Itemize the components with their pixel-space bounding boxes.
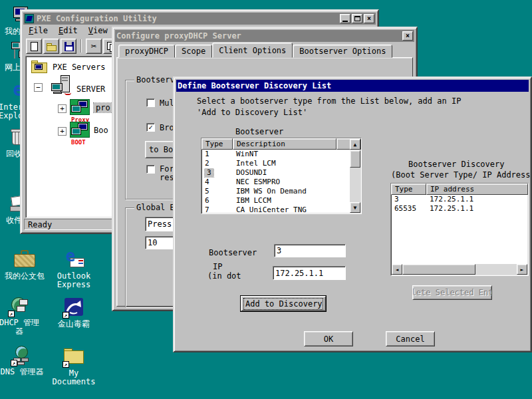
tab-proxydhcp[interactable]: proxyDHCP (118, 45, 175, 58)
new-file-icon (31, 42, 38, 51)
shortcut-arrow-icon: ↗ (8, 311, 15, 317)
dhcp-manager-icon: ↗ (7, 297, 31, 317)
scroll-left-icon: ◄ (396, 267, 399, 273)
desktop-icon-dhcp-manager[interactable]: ↗ DHCP 管理器 (0, 297, 41, 336)
main-window-title: PXE Configuration Utility (37, 14, 157, 23)
shortcut-arrow-icon: ↗ (63, 361, 69, 368)
column-header-ip-address[interactable]: IP address (426, 184, 528, 195)
outlook-express-icon: e (62, 250, 86, 270)
config-dialog-title: Configure proxyDHCP Server (116, 31, 241, 41)
scroll-up-button[interactable]: ▲ (350, 139, 360, 150)
desktop-icon-label: DHCP 管理器 (0, 319, 41, 336)
maximize-icon (354, 16, 360, 21)
multicast-checkbox[interactable] (146, 98, 155, 107)
cut-button[interactable]: ✂ (86, 39, 102, 54)
desktop-icon-dns-manager[interactable]: ↗ DNS 管理器 (0, 346, 44, 376)
open-button[interactable] (43, 39, 59, 54)
list-row[interactable]: 5IBM WS On Demand (201, 187, 350, 196)
instruction-line2: 'Add to Discovery List' (197, 108, 307, 117)
list-row[interactable]: 1WinNT (201, 150, 350, 159)
maximize-button[interactable] (352, 14, 362, 23)
tree-item-pxe-servers[interactable]: PXE Servers (53, 63, 105, 72)
check-icon: ✓ (148, 123, 153, 132)
broadcast-checkbox[interactable]: ✓ (146, 123, 155, 132)
desktop-icon-my-documents[interactable]: ↗ My Documents (52, 347, 96, 386)
list-row[interactable]: 4NEC ESMPRO (201, 178, 350, 187)
instruction-line1: Select a bootserver type from the List b… (197, 96, 461, 106)
desktop-icon-outlook-express[interactable]: e Outlook Express (52, 250, 96, 289)
discovery-row[interactable]: 65535172.25.1.1 (391, 204, 528, 213)
save-button[interactable] (61, 39, 76, 54)
add-to-discovery-list-button[interactable]: Add to Discovery List (241, 296, 326, 311)
bootserver-type-input[interactable] (274, 244, 346, 257)
ok-button[interactable]: OK (304, 331, 353, 346)
cut-scissors-icon: ✂ (91, 41, 96, 51)
list-rows: 1WinNT 2Intel LCM 3DOSUNDI 4NEC ESMPRO 5… (201, 150, 350, 214)
close-icon: × (367, 15, 371, 22)
discovery-title: Bootserver Discovery (408, 160, 505, 169)
minus-icon: − (36, 83, 41, 92)
close-button[interactable]: × (364, 14, 374, 23)
tab-bootserver-options[interactable]: Bootserver Options (293, 45, 392, 58)
expand-toggle[interactable]: + (58, 104, 66, 113)
desktop-icon-briefcase[interactable]: 我的公文包 (3, 250, 47, 281)
discovery-list-header: Type IP address (391, 184, 528, 195)
server-icon (51, 75, 74, 96)
close-icon: × (406, 33, 410, 39)
column-header-type[interactable]: Type (201, 138, 233, 150)
discovery-list: Type IP address 3172.25.1.1 65535172.25.… (390, 183, 529, 276)
minimize-button[interactable] (340, 14, 350, 23)
config-dialog-titlebar[interactable]: Configure proxyDHCP Server × (115, 30, 414, 42)
main-window-titlebar[interactable]: PXE Configuration Utility × (23, 13, 376, 25)
collapse-toggle[interactable]: − (34, 83, 43, 92)
scroll-down-button[interactable]: ▼ (350, 202, 360, 213)
list-row[interactable]: 6IBM LCCM (201, 196, 350, 205)
scroll-right-button[interactable]: ► (517, 264, 527, 275)
column-header-type[interactable]: Type (391, 184, 426, 195)
shortcut-arrow-icon: ↗ (63, 312, 69, 319)
horizontal-scrollbar[interactable]: ◄ ► (392, 264, 527, 275)
list-row-selected[interactable]: 3DOSUNDI (201, 168, 350, 178)
define-bootserver-discovery-dialog: Define Bootserver Discovery List Select … (173, 76, 532, 352)
desktop-icon-label: DNS 管理器 (0, 368, 44, 376)
scrollbar-thumb[interactable] (350, 150, 360, 168)
tree-item-proxy[interactable]: pro (94, 103, 112, 112)
delete-selected-entry-button: Delete Selected Entry (412, 285, 492, 300)
for-response-checkbox[interactable] (146, 165, 155, 174)
scroll-up-icon: ▲ (354, 142, 357, 148)
ip-address-input[interactable] (273, 266, 346, 280)
desktop: 我的电脑 网上邻居 e Internet Explorer 回收站 收件箱 (0, 0, 532, 399)
scroll-left-button[interactable]: ◄ (392, 264, 402, 275)
column-header-description[interactable]: Description (233, 138, 336, 150)
new-button[interactable] (26, 39, 42, 54)
discovery-row[interactable]: 3172.25.1.1 (391, 195, 528, 204)
close-button[interactable]: × (402, 31, 413, 41)
my-documents-icon: ↗ (62, 347, 86, 367)
cancel-button[interactable]: Cancel (386, 331, 435, 346)
plus-icon: + (60, 127, 65, 136)
bootserver-field-label: Bootserver (209, 248, 257, 257)
define-dialog-titlebar[interactable]: Define Bootserver Discovery List (176, 80, 529, 92)
menu-file[interactable]: File (23, 25, 53, 36)
menu-edit[interactable]: Edit (53, 25, 83, 36)
tree-item-boot[interactable]: Boo (94, 126, 108, 135)
desktop-icon-label: 金山毒霸 (52, 320, 96, 329)
scrollbar-thumb[interactable] (402, 264, 475, 275)
tab-scope[interactable]: Scope (175, 45, 212, 58)
vertical-scrollbar[interactable]: ▲ ▼ (350, 139, 360, 213)
scroll-down-icon: ▼ (354, 205, 357, 211)
desktop-icon-kingsoft-antivirus[interactable]: ↗ 金山毒霸 (52, 298, 96, 329)
shortcut-arrow-icon: ↗ (11, 360, 17, 366)
for-response-label-line1[interactable]: For (160, 164, 174, 174)
tab-strip: proxyDHCP Scope Client Options Bootserve… (118, 43, 392, 58)
menu-view[interactable]: View (83, 25, 113, 36)
tab-client-options[interactable]: Client Options (212, 43, 293, 58)
tree-item-server[interactable]: SERVER (76, 84, 105, 94)
expand-toggle[interactable]: + (58, 127, 66, 136)
list-row[interactable]: 7CA UniCenter TNG (201, 205, 350, 214)
bootserver-list-label: Bootserver (235, 127, 283, 136)
plus-icon: + (60, 104, 65, 113)
proxy-service-icon (70, 99, 90, 116)
boot-caption: BOOT (71, 139, 86, 146)
list-row[interactable]: 2Intel LCM (201, 159, 350, 168)
